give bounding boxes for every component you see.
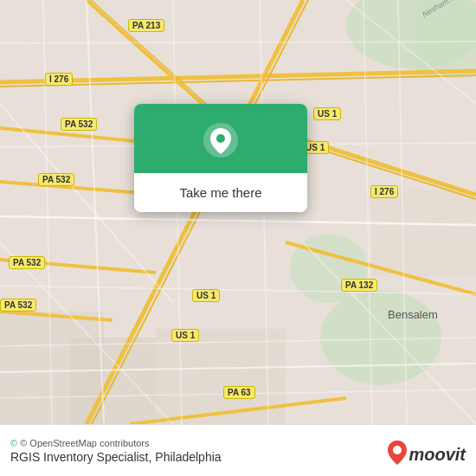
map-container: Nesham... Bensalem PA 213 I 276 PA 532 P… [0,0,476,424]
copyright-text: © © OpenStreetMap contributors [10,438,222,448]
location-pin-icon [202,121,240,159]
bottom-bar: © © OpenStreetMap contributors RGIS Inve… [0,424,476,476]
popup-card: Take me there [134,104,307,212]
map-svg: Nesham... Bensalem [0,0,476,424]
moovit-pin-icon [388,441,407,469]
svg-text:Bensalem: Bensalem [388,308,438,321]
svg-rect-6 [69,338,156,424]
svg-point-43 [216,134,225,143]
moovit-logo: moovit [388,441,466,469]
location-name: RGIS Inventory Specialist, Philadelphia [10,450,222,464]
svg-point-44 [393,446,402,454]
popup-header [134,104,307,173]
moovit-text: moovit [408,445,466,465]
svg-rect-7 [372,190,476,277]
copyright-icon: © [10,438,17,448]
svg-point-2 [320,290,441,385]
take-me-there-button[interactable]: Take me there [134,173,307,212]
